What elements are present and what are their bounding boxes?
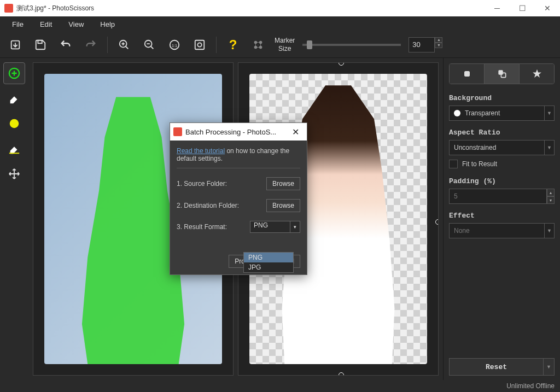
tab-foreground[interactable]: [450, 64, 485, 84]
reset-button[interactable]: Reset: [449, 358, 544, 376]
padding-up[interactable]: ▲: [547, 189, 555, 196]
aspect-ratio-select[interactable]: Unconstrained ▼: [449, 140, 555, 155]
marker-size-down[interactable]: ▼: [435, 43, 442, 48]
crop-handle-n[interactable]: [339, 62, 344, 66]
tab-favorites[interactable]: [520, 64, 554, 84]
status-text: Unlimited Offline: [506, 382, 555, 390]
crop-handle-e[interactable]: [435, 219, 439, 225]
chevron-down-icon: ▾: [290, 221, 300, 232]
checkbox-icon: [449, 160, 458, 168]
zoom-actual-button[interactable]: 1:1: [166, 36, 183, 54]
svg-rect-14: [9, 153, 19, 154]
background-select[interactable]: Transparent ▼: [449, 106, 555, 121]
redo-button[interactable]: [82, 36, 100, 54]
reset-dropdown[interactable]: ▼: [544, 358, 555, 376]
window-title: 测试3.jpg* - PhotoScissors: [16, 4, 485, 13]
undo-button[interactable]: [57, 36, 74, 54]
destination-folder-label: 2. Destination Folder:: [177, 202, 239, 209]
app-icon: [4, 4, 13, 13]
batch-processing-dialog: Batch Processing - PhotoS... ✕ Read the …: [170, 122, 307, 275]
transparent-icon: [454, 110, 460, 116]
window-titlebar: 测试3.jpg* - PhotoScissors ─ ☐ ✕: [0, 0, 560, 16]
svg-point-7: [197, 43, 201, 46]
add-marker-tool[interactable]: [3, 62, 25, 84]
tutorial-link[interactable]: Read the tutorial: [177, 147, 225, 155]
erase-green-tool[interactable]: [3, 87, 25, 109]
source-folder-label: 1. Source Folder:: [177, 180, 227, 188]
chevron-down-icon: ▼: [544, 141, 554, 155]
svg-text:1:1: 1:1: [172, 43, 177, 48]
svg-rect-6: [195, 40, 205, 49]
properties-panel: Background Transparent ▼ Aspect Ratio Un…: [443, 58, 560, 380]
menu-help[interactable]: Help: [92, 18, 122, 31]
svg-rect-15: [464, 71, 470, 77]
dialog-close-button[interactable]: ✕: [287, 123, 304, 141]
zoom-fit-button[interactable]: [191, 36, 208, 54]
marker-size-value[interactable]: 30: [409, 37, 435, 52]
marker-size-slider[interactable]: [302, 44, 401, 46]
batch-button[interactable]: [249, 36, 267, 54]
erase-yellow-tool[interactable]: [3, 138, 25, 160]
status-bar: Unlimited Offline: [0, 380, 560, 392]
remove-marker-tool[interactable]: [3, 113, 25, 134]
aspect-ratio-label: Aspect Ratio: [449, 128, 555, 137]
chevron-down-icon: ▼: [544, 224, 554, 238]
marker-size-up[interactable]: ▲: [435, 37, 442, 43]
maximize-button[interactable]: ☐: [510, 0, 535, 16]
dialog-intro: Read the tutorial on how to change the d…: [177, 147, 300, 162]
svg-point-13: [10, 119, 19, 128]
svg-rect-1: [38, 40, 42, 43]
padding-down[interactable]: ▼: [547, 196, 555, 204]
result-format-value: PNG: [254, 221, 268, 229]
open-button[interactable]: [7, 36, 24, 54]
format-option-jpg[interactable]: JPG: [244, 262, 293, 272]
zoom-in-button[interactable]: [115, 36, 133, 54]
marker-size-label: Marker Size: [275, 37, 295, 52]
aspect-ratio-value: Unconstrained: [454, 144, 496, 151]
dialog-title: Batch Processing - PhotoS...: [185, 128, 287, 136]
padding-label: Padding (%): [449, 177, 555, 185]
menu-bar: File Edit View Help: [0, 16, 560, 32]
padding-value: 5: [454, 192, 458, 200]
tab-background[interactable]: [485, 64, 520, 84]
effect-select[interactable]: None ▼: [449, 223, 555, 238]
app-icon: [173, 127, 182, 136]
chevron-down-icon: ▼: [544, 106, 554, 120]
divider: [177, 168, 300, 168]
result-format-select[interactable]: PNG ▾: [250, 221, 300, 233]
zoom-out-button[interactable]: [141, 36, 158, 54]
format-dropdown-list: PNG JPG: [243, 252, 294, 273]
browse-destination-button[interactable]: Browse: [266, 199, 300, 212]
save-button[interactable]: [32, 36, 49, 54]
padding-input[interactable]: 5: [449, 189, 547, 204]
background-value: Transparent: [465, 109, 500, 117]
help-button[interactable]: ?: [224, 36, 242, 54]
background-label: Background: [449, 94, 555, 102]
effect-value: None: [454, 227, 470, 235]
menu-file[interactable]: File: [4, 18, 31, 31]
browse-source-button[interactable]: Browse: [266, 177, 300, 190]
fit-to-result-checkbox[interactable]: Fit to Result: [449, 160, 555, 168]
fit-to-result-label: Fit to Result: [462, 160, 497, 168]
toolbar: 1:1 ? Marker Size 30 ▲ ▼: [0, 32, 560, 58]
left-toolbar: [0, 58, 28, 380]
format-option-png[interactable]: PNG: [244, 253, 293, 262]
close-button[interactable]: ✕: [535, 0, 560, 16]
minimize-button[interactable]: ─: [485, 0, 510, 16]
menu-edit[interactable]: Edit: [32, 18, 60, 31]
effect-label: Effect: [449, 212, 555, 220]
result-format-label: 3. Result Format:: [177, 223, 227, 231]
crop-handle-s[interactable]: [339, 372, 344, 376]
menu-view[interactable]: View: [61, 18, 91, 31]
move-tool[interactable]: [3, 163, 25, 185]
